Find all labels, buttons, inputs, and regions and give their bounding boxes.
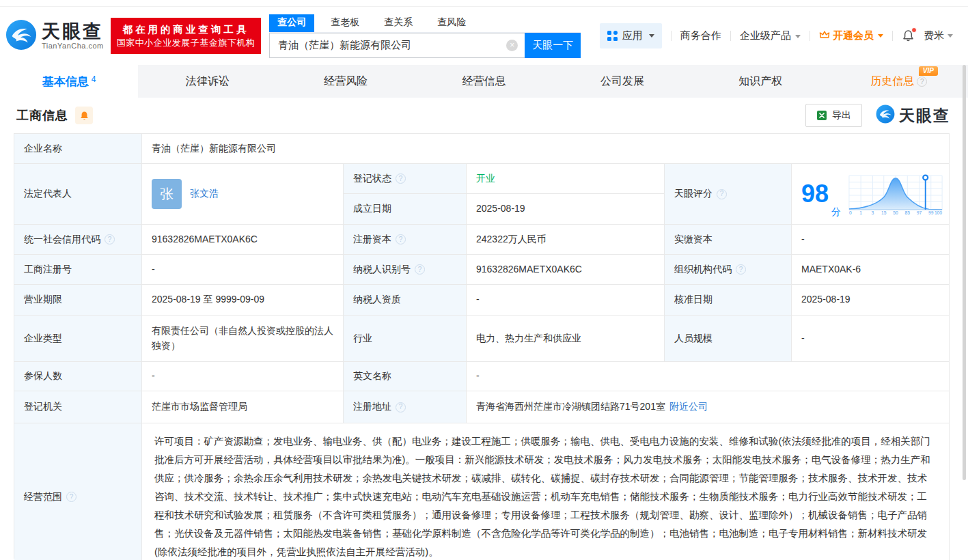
nav-cooperation[interactable]: 商务合作 — [680, 29, 721, 42]
logo-text: 天眼查 TianYanCha.com — [42, 22, 104, 51]
search-tab-boss[interactable]: 查老板 — [322, 14, 368, 32]
reg-address-label: 注册地址 — [353, 400, 391, 415]
reg-address-label-cell: 注册地址 — [344, 391, 467, 423]
company-name-label: 企业名称 — [14, 134, 142, 164]
english-name-value: - — [467, 362, 950, 391]
score-unit: 分 — [831, 205, 841, 220]
tab-business-info[interactable]: 经营信息 — [415, 65, 553, 98]
user-menu[interactable]: 费米 — [924, 29, 953, 42]
search-tabs: 查公司 查老板 查关系 查风险 — [269, 14, 581, 33]
tab-intellectual-property[interactable]: 知识产权 — [691, 65, 829, 98]
nearby-companies-link[interactable]: 附近公司 — [669, 400, 708, 415]
vip-upgrade-button[interactable]: 开通会员 — [819, 29, 883, 42]
svg-text:0: 0 — [849, 210, 852, 215]
score-axis-ticks: 0 1 3 15 50 85 97 99 100 — [849, 210, 942, 215]
tab-history-info[interactable]: VIP 历史信息 — [830, 65, 968, 98]
company-tabbar: 基本信息 4 法律诉讼 经营风险 经营信息 公司发展 知识产权 VIP 历史信息 — [0, 65, 968, 98]
reg-capital-label-cell: 注册资本 — [344, 225, 467, 255]
vip-label: 开通会员 — [833, 29, 874, 42]
business-info-table: 企业名称 青油（茫崖）新能源有限公司 法定代表人 张 张文浩 登记状态 开业 成… — [14, 133, 950, 559]
svg-text:100: 100 — [935, 210, 942, 215]
tab-label: 经营信息 — [462, 74, 506, 89]
help-icon[interactable] — [396, 402, 406, 412]
search-button[interactable]: 天眼一下 — [525, 33, 581, 58]
nav-enterprise[interactable]: 企业级产品 — [740, 29, 801, 42]
insured-value: - — [142, 362, 344, 391]
tab-legal-litigation[interactable]: 法律诉讼 — [138, 65, 276, 98]
company-type-value: 有限责任公司（非自然人投资或控股的法人独资） — [142, 316, 344, 362]
help-icon[interactable] — [917, 76, 927, 87]
chevron-down-icon — [948, 34, 953, 38]
org-code-label-cell: 组织机构代码 — [665, 255, 792, 285]
apps-grid-icon — [607, 31, 618, 41]
help-icon[interactable] — [736, 264, 746, 275]
search-tab-relation[interactable]: 查关系 — [376, 14, 421, 32]
score-number: 98 — [801, 182, 829, 206]
vip-badge: VIP — [919, 66, 938, 76]
help-icon[interactable] — [105, 234, 115, 244]
clear-icon[interactable] — [506, 40, 518, 51]
help-icon[interactable] — [396, 234, 406, 244]
export-button[interactable]: 导出 — [805, 104, 862, 127]
help-icon[interactable] — [66, 492, 77, 502]
avatar[interactable]: 张 — [152, 179, 182, 209]
logo-brand: 天眼查 — [42, 22, 104, 41]
monitor-bell-button[interactable] — [75, 107, 93, 124]
credit-code-value: 91632826MAETX0AK6C — [142, 225, 344, 255]
logo-swirl-icon — [876, 104, 895, 126]
taxpayer-id-label: 纳税人识别号 — [353, 262, 411, 277]
establish-date-value: 2025-08-19 — [467, 194, 665, 225]
search-tab-company[interactable]: 查公司 — [269, 14, 314, 32]
notifications-button[interactable] — [902, 29, 915, 42]
tab-label: 基本信息 — [42, 74, 89, 89]
tab-basic-info[interactable]: 基本信息 4 — [0, 65, 138, 98]
help-icon[interactable] — [717, 189, 727, 199]
industry-label: 行业 — [344, 316, 467, 362]
chevron-down-icon — [795, 35, 801, 38]
chevron-down-icon — [649, 34, 654, 38]
tab-label: 公司发展 — [600, 74, 644, 89]
site-logo[interactable]: 天眼查 TianYanCha.com — [5, 19, 104, 53]
help-icon[interactable] — [415, 264, 425, 275]
paid-capital-value: - — [792, 225, 950, 255]
slogan-line1: 都在用的商业查询工具 — [117, 23, 255, 37]
tab-company-development[interactable]: 公司发展 — [553, 65, 691, 98]
staff-size-value: - — [792, 316, 950, 362]
svg-text:97: 97 — [917, 210, 922, 215]
taxpayer-id-value: 91632826MAETX0AK6C — [467, 255, 665, 285]
english-name-label: 英文名称 — [344, 362, 467, 391]
reg-number-label: 工商注册号 — [14, 255, 142, 285]
score-distribution-chart[interactable]: 0 1 3 15 50 85 97 99 100 — [848, 172, 943, 216]
legal-rep-link[interactable]: 张文浩 — [190, 186, 219, 201]
reg-capital-label: 注册资本 — [353, 232, 391, 247]
tab-business-risk[interactable]: 经营风险 — [277, 65, 415, 98]
reg-address-value-cell: 青海省海西州茫崖市冷湖镇团结路71号201室 附近公司 — [467, 391, 950, 423]
reg-authority-label: 登记机关 — [14, 391, 142, 423]
divider — [671, 31, 672, 41]
search-input[interactable] — [269, 33, 525, 58]
bell-icon — [79, 111, 89, 121]
search-tab-risk[interactable]: 查风险 — [429, 14, 474, 32]
reg-number-value: - — [142, 255, 344, 285]
business-scope-value: 许可项目：矿产资源勘查；发电业务、输电业务、供（配）电业务；建设工程施工；供暖服… — [142, 423, 950, 560]
apps-menu-button[interactable]: 应用 — [600, 23, 662, 48]
tab-label: 法律诉讼 — [186, 74, 230, 89]
business-term-label: 营业期限 — [14, 285, 142, 316]
divider — [810, 31, 810, 41]
legal-rep-value: 张 张文浩 — [142, 164, 344, 225]
reg-address-value: 青海省海西州茫崖市冷湖镇团结路71号201室 — [476, 400, 665, 415]
head-right: 导出 天眼查 — [805, 104, 950, 127]
establish-date-label: 成立日期 — [344, 194, 467, 225]
svg-text:15: 15 — [881, 210, 887, 215]
apps-label: 应用 — [622, 29, 643, 42]
page: 天眼查 TianYanCha.com 都在用的商业查询工具 国家中小企业发展子基… — [0, 0, 968, 560]
help-icon[interactable] — [396, 173, 406, 184]
watermark-text: 天眼查 — [899, 105, 950, 126]
top-strip — [0, 0, 968, 7]
reg-authority-value: 茫崖市市场监督管理局 — [142, 391, 344, 423]
score-value-cell: 98 分 0 1 3 — [792, 164, 950, 225]
tab-label: 经营风险 — [324, 74, 368, 89]
insured-label: 参保人数 — [14, 362, 142, 391]
scrollbar[interactable] — [963, 65, 966, 480]
tab-label: 知识产权 — [738, 74, 782, 89]
